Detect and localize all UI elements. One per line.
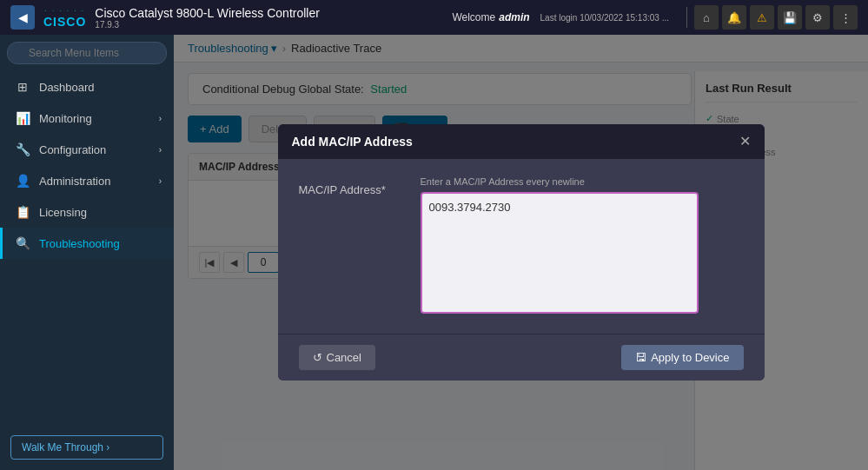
cisco-logo: · · · · · · CISCO — [43, 7, 86, 29]
sidebar-item-label: Monitoring — [39, 112, 92, 125]
mac-address-textarea[interactable]: 0093.3794.2730 — [421, 192, 699, 314]
sidebar-item-label: Licensing — [39, 206, 87, 219]
bell-icon-button[interactable]: 🔔 — [722, 5, 746, 30]
app-title: Cisco Catalyst 9800-L Wireless Controlle… — [95, 6, 320, 20]
modal-textarea-wrap: Enter a MAC/IP Address every newline 009… — [421, 176, 699, 316]
modal-hint: Enter a MAC/IP Address every newline — [421, 176, 699, 187]
home-icon-button[interactable]: ⌂ — [694, 5, 719, 30]
cancel-button[interactable]: ↺ Cancel — [299, 345, 375, 370]
apply-to-device-button[interactable]: 🖫 Apply to Device — [621, 345, 743, 370]
monitoring-icon: 📊 — [15, 111, 30, 125]
administration-icon: 👤 — [15, 174, 30, 188]
cancel-icon: ↺ — [313, 351, 322, 364]
header-divider — [686, 7, 687, 28]
sidebar-item-monitoring[interactable]: 📊 Monitoring › — [0, 103, 174, 134]
back-button[interactable]: ◀ — [10, 5, 35, 30]
licensing-icon: 📋 — [15, 205, 30, 219]
sidebar-item-troubleshooting[interactable]: 🔍 Troubleshooting — [0, 228, 174, 259]
search-wrap: 🔍 — [7, 42, 167, 64]
app-version: 17.9.3 — [95, 20, 320, 30]
username-label: admin — [499, 11, 529, 23]
modal-footer: ↺ Cancel 🖫 Apply to Device — [278, 334, 765, 381]
sidebar-item-dashboard[interactable]: ⊞ Dashboard — [0, 71, 174, 103]
sidebar-item-configuration[interactable]: 🔧 Configuration › — [0, 134, 174, 165]
warning-icon-button[interactable]: ⚠ — [750, 5, 774, 30]
app-header: ◀ · · · · · · CISCO Cisco Catalyst 9800-… — [0, 0, 868, 35]
modal-form-row: MAC/IP Address* Enter a MAC/IP Address e… — [299, 176, 744, 316]
modal-header: Add MAC/IP Address ✕ — [278, 124, 765, 159]
more-icon-button[interactable]: ⋮ — [833, 5, 858, 30]
troubleshooting-icon: 🔍 — [15, 236, 30, 250]
modal-title: Add MAC/IP Address — [292, 135, 413, 149]
main-layout: 🔍 ⊞ Dashboard 📊 Monitoring › 🔧 Configura… — [0, 35, 868, 470]
sidebar-item-label: Troubleshooting — [39, 237, 120, 250]
dashboard-icon: ⊞ — [15, 80, 30, 94]
last-login-text: Last login 10/03/2022 15:13:03 ... — [540, 13, 669, 23]
search-box: 🔍 — [0, 35, 174, 71]
welcome-label: Welcome — [452, 11, 495, 23]
cisco-logo-text: CISCO — [43, 15, 86, 29]
apply-label: Apply to Device — [651, 351, 729, 364]
chevron-right-icon: › — [159, 145, 162, 155]
modal-overlay: Add MAC/IP Address ✕ MAC/IP Address* Ent… — [174, 35, 868, 470]
chevron-right-icon: › — [159, 176, 162, 186]
apply-icon: 🖫 — [635, 351, 646, 364]
chevron-right-icon: › — [159, 114, 162, 123]
app-title-block: Cisco Catalyst 9800-L Wireless Controlle… — [95, 6, 320, 30]
gear-icon-button[interactable]: ⚙ — [805, 5, 830, 30]
sidebar-item-label: Configuration — [39, 143, 106, 156]
modal-close-button[interactable]: ✕ — [739, 135, 751, 149]
modal-body: MAC/IP Address* Enter a MAC/IP Address e… — [278, 159, 765, 334]
sidebar-item-administration[interactable]: 👤 Administration › — [0, 165, 174, 196]
cancel-label: Cancel — [327, 351, 361, 364]
walk-me-through-label: Walk Me Through › — [22, 441, 109, 453]
search-input[interactable] — [7, 42, 167, 64]
header-right: Welcome admin Last login 10/03/2022 15:1… — [452, 5, 858, 30]
sidebar-item-label: Dashboard — [39, 81, 95, 94]
modal-field-label: MAC/IP Address* — [299, 176, 403, 196]
cisco-dots: · · · · · · — [44, 7, 84, 15]
save-icon-button[interactable]: 💾 — [778, 5, 802, 30]
sidebar-item-label: Administration — [39, 175, 110, 188]
header-left: ◀ · · · · · · CISCO Cisco Catalyst 9800-… — [10, 5, 320, 30]
content-area: Troubleshooting ▾ › Radioactive Trace Co… — [174, 35, 868, 470]
configuration-icon: 🔧 — [15, 142, 30, 156]
add-mac-modal: Add MAC/IP Address ✕ MAC/IP Address* Ent… — [278, 124, 765, 381]
sidebar-item-licensing[interactable]: 📋 Licensing — [0, 196, 174, 228]
sidebar: 🔍 ⊞ Dashboard 📊 Monitoring › 🔧 Configura… — [0, 35, 174, 470]
walk-me-through-button[interactable]: Walk Me Through › — [10, 435, 163, 460]
